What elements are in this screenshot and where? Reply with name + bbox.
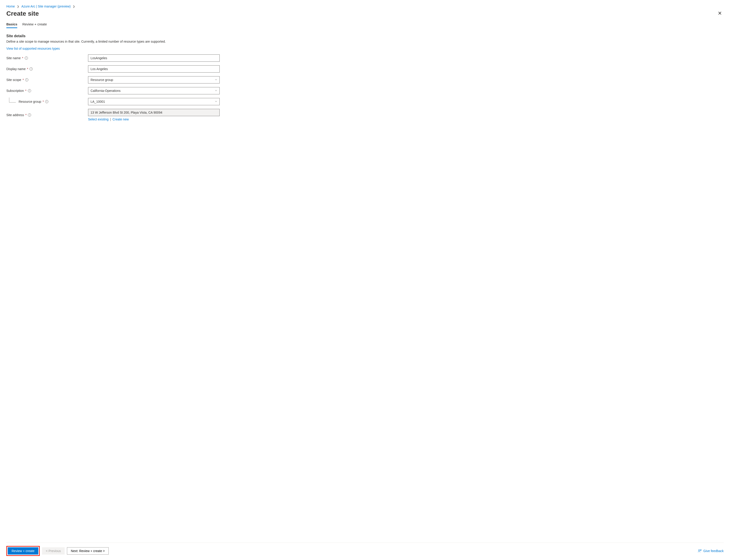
required-indicator: * <box>22 56 23 60</box>
info-icon[interactable]: i <box>28 113 31 117</box>
site-address-input[interactable] <box>88 109 220 116</box>
site-scope-label: Site scope <box>6 78 21 82</box>
breadcrumb-site-manager[interactable]: Azure Arc | Site manager (preview) <box>21 5 71 8</box>
display-name-input[interactable] <box>88 65 220 73</box>
subscription-label: Subscription <box>6 89 24 93</box>
tab-review-create[interactable]: Review + create <box>22 22 47 28</box>
info-icon[interactable]: i <box>28 89 31 92</box>
review-create-button[interactable]: Review + create <box>8 547 38 555</box>
info-icon[interactable]: i <box>45 100 48 103</box>
required-indicator: * <box>25 113 27 117</box>
resource-group-label: Resource group <box>19 100 41 103</box>
display-name-label: Display name <box>6 67 26 71</box>
footer-bar: Review + create < Previous Next: Review … <box>6 543 724 560</box>
give-feedback-link[interactable]: Give feedback <box>698 549 724 553</box>
breadcrumb: Home ❯ Azure Arc | Site manager (preview… <box>6 5 724 8</box>
indent-bracket-icon <box>9 98 16 103</box>
highlight-box: Review + create <box>6 546 40 556</box>
create-new-link[interactable]: Create new <box>113 117 129 121</box>
site-name-input[interactable] <box>88 54 220 62</box>
site-name-label: Site name <box>6 56 21 60</box>
close-icon: ✕ <box>718 10 722 16</box>
section-title: Site details <box>6 34 724 38</box>
page-title: Create site <box>6 10 39 17</box>
tab-basics[interactable]: Basics <box>6 22 17 28</box>
svg-point-0 <box>698 550 700 551</box>
required-indicator: * <box>43 100 44 103</box>
required-indicator: * <box>25 89 26 93</box>
subscription-select[interactable] <box>88 87 220 94</box>
required-indicator: * <box>27 67 28 71</box>
required-indicator: * <box>22 78 24 82</box>
site-address-label: Site address <box>6 113 24 117</box>
info-icon[interactable]: i <box>25 78 28 81</box>
feedback-icon <box>698 549 702 553</box>
next-button[interactable]: Next: Review + create > <box>67 547 108 555</box>
info-icon[interactable]: i <box>29 67 33 71</box>
section-description: Define a site scope to manage resources … <box>6 39 724 44</box>
select-existing-link[interactable]: Select existing <box>88 117 108 121</box>
site-scope-select[interactable] <box>88 76 220 83</box>
breadcrumb-home[interactable]: Home <box>6 5 15 8</box>
supported-resources-link[interactable]: View list of supported resources types <box>6 47 60 50</box>
resource-group-select[interactable] <box>88 98 220 105</box>
divider: | <box>110 117 111 121</box>
give-feedback-label: Give feedback <box>703 549 724 553</box>
close-button[interactable]: ✕ <box>716 10 724 17</box>
info-icon[interactable]: i <box>25 56 28 60</box>
chevron-right-icon: ❯ <box>73 5 75 8</box>
tabs: Basics Review + create <box>6 22 724 28</box>
previous-button[interactable]: < Previous <box>42 547 65 555</box>
chevron-right-icon: ❯ <box>17 5 19 8</box>
